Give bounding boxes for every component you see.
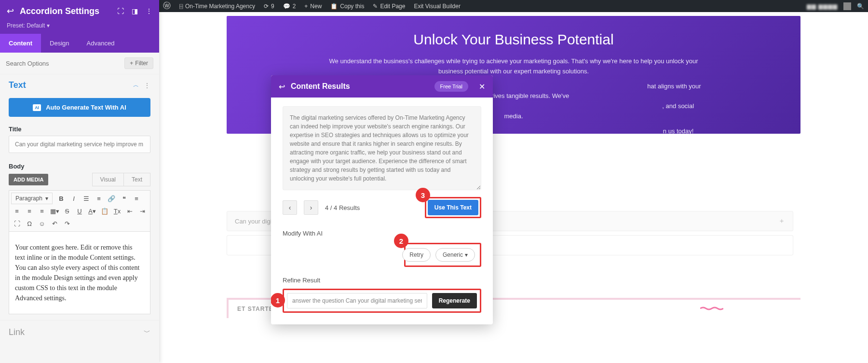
wp-new[interactable]: +New bbox=[304, 3, 322, 10]
refine-label: Refine Result bbox=[283, 277, 481, 284]
add-media-button[interactable]: ADD MEDIA bbox=[9, 174, 48, 185]
more-icon[interactable]: ⋮ bbox=[146, 7, 152, 15]
generic-dropdown[interactable]: Generic▾ bbox=[435, 248, 475, 262]
search-row: +Filter bbox=[0, 53, 159, 74]
refresh-icon: ⟳ bbox=[264, 3, 269, 10]
next-result-button[interactable]: › bbox=[304, 200, 318, 215]
align-right-icon[interactable]: ≡ bbox=[24, 205, 35, 217]
indent-right-icon[interactable]: ⇥ bbox=[136, 205, 148, 217]
align-justify-icon[interactable]: ≡ bbox=[36, 205, 48, 217]
regenerate-button[interactable]: Regenerate bbox=[432, 293, 477, 308]
panel-tabs: Content Design Advanced bbox=[0, 34, 159, 53]
wp-site-link[interactable]: ⌸On-Time Marketing Agency bbox=[179, 3, 255, 10]
refine-highlight: 1 Regenerate bbox=[283, 289, 481, 313]
prev-result-button[interactable]: ‹ bbox=[283, 200, 297, 215]
plus-icon: + bbox=[304, 3, 308, 10]
tab-advanced[interactable]: Advanced bbox=[78, 34, 123, 53]
fullscreen-icon[interactable]: ⛶ bbox=[11, 218, 23, 229]
wp-admin-bar: ⓦ ⌸On-Time Marketing Agency ⟳9 💬2 +New 📋… bbox=[159, 0, 868, 12]
title-input[interactable] bbox=[9, 136, 150, 153]
ai-button-label: Auto Generate Text With AI bbox=[46, 104, 126, 111]
callout-badge-1: 1 bbox=[271, 293, 285, 307]
wp-exit-builder[interactable]: Exit Visual Builder bbox=[414, 3, 461, 10]
ol-icon[interactable]: ≡ bbox=[93, 193, 105, 204]
wp-edit-page[interactable]: ✎Edit Page bbox=[373, 3, 405, 10]
italic-icon[interactable]: I bbox=[68, 193, 80, 204]
pencil-icon: ✎ bbox=[373, 3, 378, 10]
editor-toolbar: Paragraph▾ B I ☰ ≡ 🔗 ❝ ≡ ≡ ≡ ≡ ▦▾ S U A▾… bbox=[9, 190, 150, 232]
ai-badge-icon: AI bbox=[33, 104, 41, 111]
link-icon[interactable]: 🔗 bbox=[106, 193, 117, 204]
link-title: Link bbox=[9, 327, 144, 337]
text-section-header[interactable]: Text ︿ ⋮ bbox=[0, 74, 159, 93]
bold-icon[interactable]: B bbox=[55, 193, 67, 204]
ul-icon[interactable]: ☰ bbox=[81, 193, 92, 204]
align-left-icon[interactable]: ≡ bbox=[131, 193, 142, 204]
back-arrow-icon[interactable]: ↩ bbox=[279, 82, 285, 91]
wp-user-name[interactable]: ▆▆ ▆▆▆▆ bbox=[807, 3, 838, 10]
wp-logo-icon[interactable]: ⓦ bbox=[163, 1, 171, 11]
editor-tab-text[interactable]: Text bbox=[123, 173, 150, 186]
comment-icon: 💬 bbox=[283, 3, 290, 10]
search-input[interactable] bbox=[6, 60, 120, 67]
section-title: Text bbox=[9, 80, 133, 90]
quote-icon[interactable]: ❝ bbox=[118, 193, 130, 204]
use-this-text-button[interactable]: Use This Text bbox=[428, 200, 478, 215]
dashboard-icon: ⌸ bbox=[179, 3, 183, 10]
undo-icon[interactable]: ↶ bbox=[49, 218, 60, 229]
body-label: Body bbox=[0, 159, 159, 173]
table-icon[interactable]: ▦▾ bbox=[49, 205, 60, 217]
chevron-down-icon: ▾ bbox=[465, 251, 468, 258]
indent-left-icon[interactable]: ⇤ bbox=[124, 205, 136, 217]
close-icon[interactable]: ✕ bbox=[479, 82, 485, 91]
results-count: 4 / 4 Results bbox=[325, 204, 360, 211]
filter-button[interactable]: +Filter bbox=[124, 57, 153, 69]
wp-comments[interactable]: 💬2 bbox=[283, 3, 296, 10]
specialchar-icon[interactable]: Ω bbox=[24, 218, 35, 229]
chevron-down-icon: ﹀ bbox=[144, 328, 150, 337]
expand-icon[interactable]: ⛶ bbox=[117, 7, 124, 15]
panel-header: ↩ Accordion Settings ⛶ ◨ ⋮ bbox=[0, 0, 159, 22]
title-label: Title bbox=[0, 122, 159, 136]
strike-icon[interactable]: S bbox=[61, 205, 73, 217]
wp-updates[interactable]: ⟳9 bbox=[264, 3, 274, 10]
retry-button[interactable]: Retry bbox=[402, 248, 431, 262]
modal-header: ↩ Content Results Free Trial ✕ bbox=[271, 75, 493, 98]
wave-decoration bbox=[700, 304, 723, 307]
settings-panel: ↩ Accordion Settings ⛶ ◨ ⋮ Preset: Defau… bbox=[0, 0, 159, 363]
auto-generate-ai-button[interactable]: AI Auto Generate Text With AI bbox=[9, 98, 150, 117]
paragraph-select[interactable]: Paragraph▾ bbox=[11, 193, 53, 204]
chevron-up-icon[interactable]: ︿ bbox=[133, 81, 139, 89]
textcolor-icon[interactable]: A▾ bbox=[86, 205, 98, 217]
wp-copy[interactable]: 📋Copy this bbox=[330, 3, 364, 10]
clear-icon[interactable]: Tx bbox=[111, 205, 123, 217]
underline-icon[interactable]: U bbox=[74, 205, 85, 217]
editor-tab-visual[interactable]: Visual bbox=[92, 173, 123, 186]
avatar[interactable] bbox=[843, 2, 851, 10]
results-nav: ‹ › 4 / 4 Results 3 Use This Text bbox=[283, 197, 481, 218]
modal-title: Content Results bbox=[291, 82, 429, 91]
preset-row[interactable]: Preset: Default ▾ bbox=[0, 22, 159, 34]
search-icon[interactable]: 🔍 bbox=[857, 3, 864, 10]
redo-icon[interactable]: ↷ bbox=[61, 218, 73, 229]
generated-text-box[interactable]: The digital marketing services offered b… bbox=[283, 106, 481, 190]
editor-body[interactable]: Your content goes here. Edit or remove t… bbox=[9, 232, 150, 314]
callout-badge-2: 2 bbox=[394, 234, 408, 248]
hero-p1: We understand the business's challenges … bbox=[326, 56, 702, 77]
tab-design[interactable]: Design bbox=[41, 34, 78, 53]
paste-icon[interactable]: 📋 bbox=[99, 205, 110, 217]
refine-input[interactable] bbox=[287, 293, 427, 308]
back-arrow-icon[interactable]: ↩ bbox=[7, 6, 14, 16]
section-more-icon[interactable]: ⋮ bbox=[144, 82, 150, 89]
panel-title: Accordion Settings bbox=[20, 6, 109, 16]
emoji-icon[interactable]: ☺ bbox=[36, 218, 48, 229]
tab-content[interactable]: Content bbox=[0, 34, 41, 53]
callout-badge-3: 3 bbox=[416, 188, 430, 202]
free-trial-badge[interactable]: Free Trial bbox=[434, 81, 468, 92]
modify-ai-label: Modify With AI bbox=[283, 230, 481, 237]
dock-icon[interactable]: ◨ bbox=[132, 7, 138, 15]
plus-icon: ＋ bbox=[778, 217, 785, 225]
link-section-header[interactable]: Link ﹀ bbox=[0, 320, 159, 344]
align-center-icon[interactable]: ≡ bbox=[11, 205, 23, 217]
modify-ai-highlight: 2 Retry Generic▾ bbox=[404, 243, 481, 267]
